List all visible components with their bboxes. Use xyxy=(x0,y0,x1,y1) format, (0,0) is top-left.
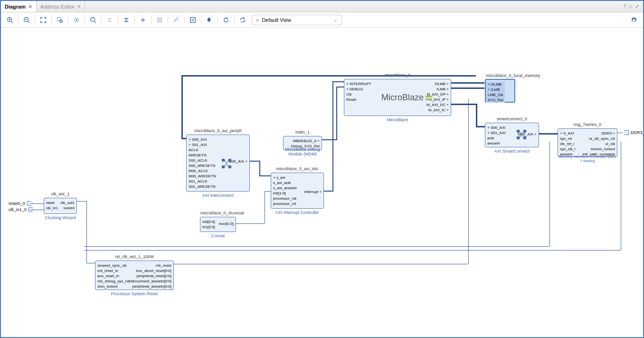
port: intr[1:0] xyxy=(271,191,299,196)
port: ACLK xyxy=(187,147,218,153)
port: s_axi_aresetn xyxy=(271,185,299,191)
port: DLMB + xyxy=(425,81,451,87)
block-mig[interactable]: mig_7series_0 + S_AXI sys_rst clk_ref_i … xyxy=(558,128,617,157)
port: dout[1:0] xyxy=(217,221,236,226)
block-smartconnect[interactable]: smartconnect_0 + S00_AXI + S01_AXI aclk … xyxy=(485,123,539,147)
block-xlconcat[interactable]: microblaze_0_xlconcat In0[0:0] In1[0:0] … xyxy=(200,217,236,232)
wire xyxy=(451,87,484,89)
tab-bar: Diagram × Address Editor × ? □ ⤢ xyxy=(1,1,643,12)
wire xyxy=(236,223,265,224)
svg-point-11 xyxy=(91,17,95,21)
wire xyxy=(265,191,265,223)
zoom-area-icon[interactable] xyxy=(55,15,65,25)
refresh-icon[interactable] xyxy=(221,15,231,25)
svg-rect-31 xyxy=(517,136,520,139)
svg-line-5 xyxy=(28,21,30,23)
port: + S00_AXI xyxy=(485,125,507,130)
block-clk-wiz[interactable]: clk_wiz_1 reset clk_in1 clk_out1 locked … xyxy=(44,198,77,214)
wire xyxy=(181,75,476,77)
validate-icon[interactable] xyxy=(188,15,198,25)
zoom-fit-icon[interactable] xyxy=(38,15,48,25)
svg-rect-25 xyxy=(222,165,225,168)
pin-icon[interactable] xyxy=(204,15,215,25)
view-select[interactable]: ≡ Default View ⌄ xyxy=(252,15,342,25)
wire xyxy=(30,203,44,204)
svg-point-9 xyxy=(75,18,79,22)
port: + S00_AXI xyxy=(187,137,218,142)
ext-port-label: DDR3_0 xyxy=(631,130,643,135)
port: sys_rst xyxy=(558,136,577,141)
ext-port-label: clk_in1_0 xyxy=(9,207,27,212)
svg-line-12 xyxy=(95,21,96,23)
close-icon[interactable]: × xyxy=(28,3,32,10)
port: M00_ACLK xyxy=(187,168,218,174)
wire xyxy=(259,175,271,176)
port: mb_debug_sys_rst xyxy=(95,279,132,284)
block-microblaze[interactable]: microblaze_0 + INTERRUPT + DEBUG Clk Res… xyxy=(344,79,451,116)
search-icon[interactable] xyxy=(88,15,98,25)
port: S01_ACLK xyxy=(187,179,218,184)
auto-fit-icon[interactable] xyxy=(71,15,82,25)
block-axi-periph[interactable]: microblaze_0_axi_periph + S00_AXI + S01_… xyxy=(186,135,250,192)
tab-diagram-label: Diagram xyxy=(5,4,26,10)
block-mdm[interactable]: mdm_1 MBDEBUG_0 + Debug_SYS_Rst MicroBla… xyxy=(283,136,322,150)
wire xyxy=(77,201,86,202)
port: SYS_Rst xyxy=(486,97,505,103)
block-rst-clk-wiz[interactable]: rst_clk_wiz_1_100M slowest_sync_clk ext_… xyxy=(95,261,174,290)
wire xyxy=(322,139,336,140)
wire xyxy=(30,210,44,210)
wire xyxy=(336,87,337,140)
wire xyxy=(265,191,271,192)
port: locked xyxy=(58,205,76,211)
port: ARESETN xyxy=(187,153,218,158)
block-title: microblaze_0_axi_intc xyxy=(271,166,323,171)
port: M_AXI_DC + xyxy=(425,102,451,107)
microblaze-logo: MicroBlaze xyxy=(381,93,433,103)
add-icon[interactable] xyxy=(138,15,148,25)
regenerate-icon[interactable] xyxy=(237,15,248,25)
wire xyxy=(451,104,477,105)
wire xyxy=(476,126,485,127)
block-title: smartconnect_0 xyxy=(485,116,539,121)
block-subtitle: AXI Interconnect xyxy=(187,193,249,198)
port: M00_ARESETN xyxy=(187,174,218,179)
wire xyxy=(174,264,468,264)
block-title: microblaze_0_local_memory xyxy=(486,73,514,78)
ext-port-ddr3[interactable]: DDR3_0 xyxy=(622,130,643,135)
svg-line-1 xyxy=(11,21,13,23)
gear-icon[interactable] xyxy=(629,15,639,25)
close-icon[interactable]: × xyxy=(77,3,81,10)
restore-icon[interactable]: ⤢ xyxy=(635,3,639,10)
port: dcm_locked xyxy=(95,284,132,289)
port: peripheral_aresetn[0:0] xyxy=(127,284,173,289)
group-icon[interactable] xyxy=(154,15,165,25)
block-title: mdm_1 xyxy=(284,130,322,135)
port: interrupt + xyxy=(303,189,323,194)
tab-address-editor[interactable]: Address Editor × xyxy=(37,1,85,12)
port: Clk xyxy=(344,92,373,97)
port: clk_ref_i xyxy=(558,141,577,146)
wire xyxy=(181,75,183,139)
zoom-out-icon[interactable] xyxy=(21,15,32,25)
tab-diagram[interactable]: Diagram × xyxy=(1,1,37,12)
port: M_AXI_IC + xyxy=(425,107,451,113)
wire xyxy=(617,133,622,133)
help-icon[interactable]: ? xyxy=(623,3,626,10)
collapse-icon[interactable] xyxy=(104,15,115,25)
port: + ILMB xyxy=(486,87,505,92)
expand-icon[interactable] xyxy=(121,15,132,25)
wrench-icon[interactable] xyxy=(171,15,181,25)
ext-port-resetn[interactable]: resetn_0 xyxy=(9,201,33,206)
block-title: clk_wiz_1 xyxy=(44,192,76,196)
block-subtitle: AXI SmartConnect xyxy=(485,149,539,154)
block-subtitle: MicroBlaze Debug Module (MDM) xyxy=(284,147,322,156)
block-axi-intc[interactable]: microblaze_0_axi_intc + s_axi s_axi_aclk… xyxy=(271,173,324,209)
block-subtitle: Processor System Reset xyxy=(95,291,173,296)
maximize-icon[interactable]: □ xyxy=(629,3,632,10)
port: Reset xyxy=(344,97,373,102)
svg-rect-20 xyxy=(158,18,162,22)
port: S01_ARESETN xyxy=(187,184,218,189)
diagram-canvas[interactable]: resetn_0 clk_in1_0 clk_wiz_1 reset clk_i… xyxy=(1,28,643,337)
block-local-memory[interactable]: microblaze_0_local_memory + DLMB + ILMB … xyxy=(485,79,515,103)
zoom-in-icon[interactable] xyxy=(5,15,15,25)
